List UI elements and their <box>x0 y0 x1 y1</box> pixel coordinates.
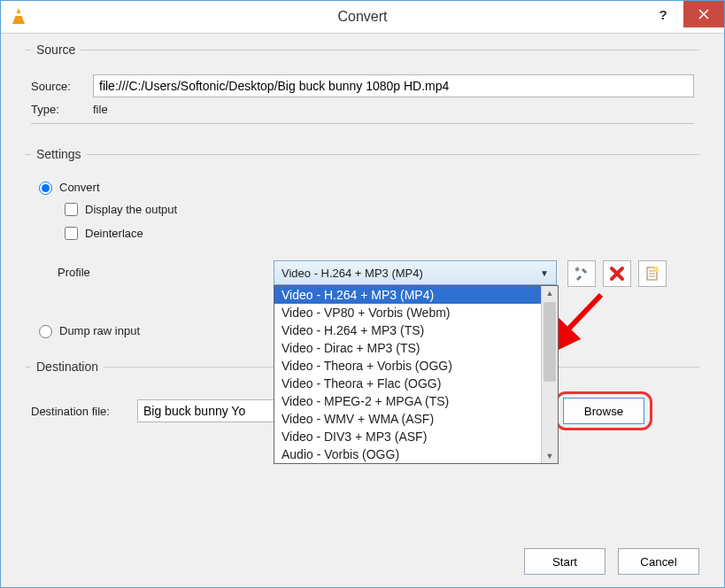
new-document-icon <box>644 266 660 282</box>
settings-legend: Settings <box>31 147 87 161</box>
convert-label: Convert <box>59 181 100 194</box>
divider <box>31 123 694 124</box>
settings-group: Settings Convert Display the output Dein… <box>26 147 699 351</box>
help-button[interactable]: ? <box>643 1 683 27</box>
delete-x-icon <box>609 266 625 282</box>
browse-highlight: Browse <box>555 391 652 430</box>
delete-profile-button[interactable] <box>603 260 631 287</box>
profile-option[interactable]: Video - H.264 + MP3 (TS) <box>274 321 541 339</box>
dump-raw-radio[interactable] <box>39 325 52 338</box>
dump-raw-label: Dump raw input <box>59 324 140 337</box>
profile-option[interactable]: Audio - Vorbis (OGG) <box>274 445 541 463</box>
profile-option[interactable]: Video - DIV3 + MP3 (ASF) <box>274 428 541 445</box>
source-input[interactable] <box>93 74 694 97</box>
svg-point-2 <box>653 267 659 272</box>
browse-button[interactable]: Browse <box>563 398 644 424</box>
profile-option[interactable]: Video - Theora + Flac (OGG) <box>274 375 541 392</box>
profile-dropdown-list: Video - H.264 + MP3 (MP4) Video - VP80 +… <box>274 285 559 464</box>
start-button[interactable]: Start <box>524 548 605 575</box>
type-label: Type: <box>31 103 93 116</box>
destination-file-label: Destination file: <box>31 405 137 418</box>
profile-option[interactable]: Video - VP80 + Vorbis (Webm) <box>274 304 541 321</box>
source-group: Source Source: Type: file <box>26 43 699 138</box>
type-value: file <box>93 103 108 116</box>
cancel-button[interactable]: Cancel <box>618 548 699 575</box>
svg-rect-0 <box>575 267 580 272</box>
scroll-up-icon[interactable]: ▲ <box>542 286 558 300</box>
source-legend: Source <box>31 43 81 57</box>
destination-legend: Destination <box>31 360 104 374</box>
display-output-label: Display the output <box>85 203 177 216</box>
display-output-checkbox[interactable] <box>65 203 78 216</box>
profile-selected[interactable]: Video - H.264 + MP3 (MP4) ▼ <box>274 260 557 285</box>
new-profile-button[interactable] <box>638 260 667 287</box>
convert-dialog: Convert ? Source Source: Type: file Sett… <box>0 0 725 588</box>
profile-combobox[interactable]: Video - H.264 + MP3 (MP4) ▼ Video - H.26… <box>274 260 557 285</box>
profile-option[interactable]: Video - Theora + Vorbis (OGG) <box>274 357 541 375</box>
close-button[interactable] <box>683 1 724 27</box>
profile-option[interactable]: Video - MPEG-2 + MPGA (TS) <box>274 392 541 410</box>
titlebar: Convert ? <box>1 1 724 34</box>
chevron-down-icon: ▼ <box>540 268 549 278</box>
profile-label: Profile <box>58 260 164 279</box>
window-title: Convert <box>1 9 724 25</box>
profile-option[interactable]: Video - Dirac + MP3 (TS) <box>274 339 541 357</box>
scroll-thumb[interactable] <box>544 302 556 382</box>
edit-profile-button[interactable] <box>567 260 596 287</box>
dropdown-scrollbar[interactable]: ▲ ▼ <box>541 286 558 463</box>
profile-option[interactable]: Video - H.264 + MP3 (MP4) <box>274 286 541 304</box>
tools-icon <box>574 266 590 282</box>
profile-option[interactable]: Video - WMV + WMA (ASF) <box>274 410 541 428</box>
source-label: Source: <box>31 80 93 93</box>
deinterlace-checkbox[interactable] <box>65 227 78 240</box>
convert-radio[interactable] <box>39 182 52 195</box>
scroll-down-icon[interactable]: ▼ <box>542 449 558 463</box>
deinterlace-label: Deinterlace <box>85 227 143 240</box>
